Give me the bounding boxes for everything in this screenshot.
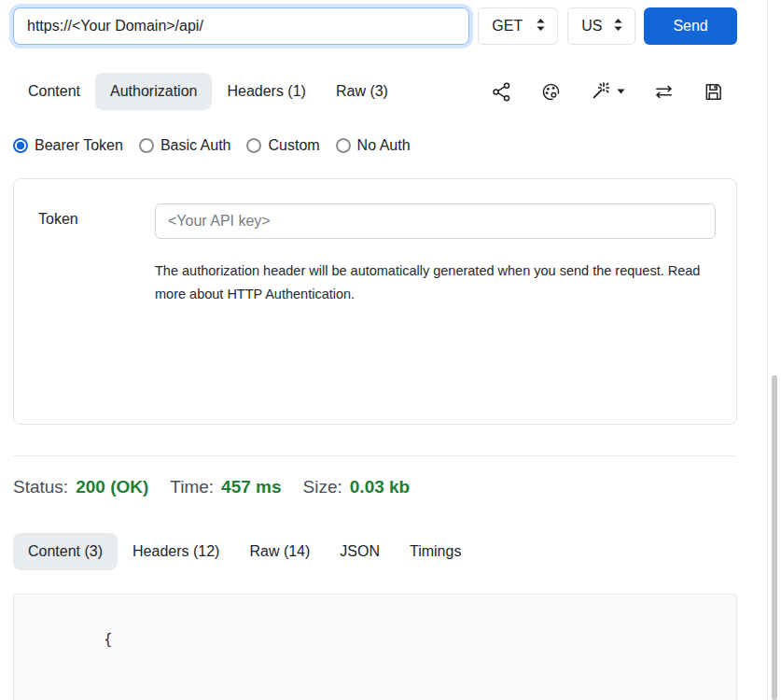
status-value: 200 (OK): [76, 477, 148, 497]
tab-content[interactable]: Content: [13, 73, 95, 110]
swap-arrows-icon[interactable]: [653, 81, 675, 103]
status-group: Status: 200 (OK): [13, 477, 148, 497]
request-toolbar: [491, 80, 737, 103]
bearer-token-label: Bearer Token: [35, 137, 123, 154]
section-divider: [13, 455, 737, 456]
basic-auth-label: Basic Auth: [160, 137, 231, 154]
no-auth-radio[interactable]: [336, 138, 351, 153]
no-auth-label: No Auth: [357, 137, 411, 154]
size-label: Size:: [303, 477, 342, 497]
magic-wand-dropdown-icon[interactable]: [590, 80, 625, 103]
auth-option-bearer-token[interactable]: Bearer Token: [13, 137, 123, 154]
up-down-arrows-icon: [536, 18, 546, 35]
auth-type-options: Bearer Token Basic Auth Custom No Auth: [13, 137, 737, 154]
token-help-text: The authorization header will be automat…: [155, 259, 716, 306]
tab-headers[interactable]: Headers (1): [212, 73, 320, 110]
token-label: Token: [38, 203, 155, 239]
auth-option-basic-auth[interactable]: Basic Auth: [139, 137, 231, 154]
size-group: Size: 0.03 kb: [303, 477, 411, 497]
vertical-scrollbar-thumb[interactable]: [772, 375, 777, 700]
auth-option-no-auth[interactable]: No Auth: [336, 137, 411, 154]
code-line-message: "message": "API running.": [36, 675, 714, 700]
open-brace: {: [104, 631, 112, 648]
request-tabs: Content Authorization Headers (1) Raw (3…: [13, 73, 737, 110]
method-select-value: GET: [492, 18, 523, 35]
token-input[interactable]: [155, 203, 716, 239]
custom-auth-label: Custom: [268, 137, 319, 154]
region-select[interactable]: US: [567, 7, 635, 45]
time-group: Time: 457 ms: [170, 477, 281, 497]
time-label: Time:: [170, 477, 214, 497]
response-tab-raw[interactable]: Raw (14): [234, 533, 325, 570]
basic-auth-radio[interactable]: [139, 138, 154, 153]
response-body-code: { "message": "API running." }: [13, 594, 737, 700]
region-select-value: US: [581, 18, 602, 35]
caret-down-icon: [617, 89, 625, 94]
share-icon[interactable]: [491, 81, 512, 103]
response-tab-content[interactable]: Content (3): [13, 533, 118, 570]
tab-raw[interactable]: Raw (3): [321, 73, 403, 110]
bearer-token-panel: Token The authorization header will be a…: [13, 178, 737, 425]
response-tab-timings[interactable]: Timings: [395, 533, 476, 570]
api-client-window: GET US Send: [0, 0, 781, 700]
up-down-arrows-icon: [613, 18, 623, 35]
request-bar: GET US Send: [13, 7, 737, 45]
time-value: 457 ms: [221, 477, 281, 497]
response-tab-headers[interactable]: Headers (12): [118, 533, 234, 570]
url-input[interactable]: [13, 7, 469, 45]
palette-icon[interactable]: [540, 81, 562, 103]
response-tab-json[interactable]: JSON: [325, 533, 395, 570]
tab-authorization[interactable]: Authorization: [95, 73, 212, 110]
custom-auth-radio[interactable]: [246, 138, 261, 153]
response-tabs: Content (3) Headers (12) Raw (14) JSON T…: [13, 533, 737, 570]
size-value: 0.03 kb: [350, 477, 410, 497]
bearer-token-radio[interactable]: [13, 138, 28, 153]
status-label: Status:: [13, 477, 68, 497]
code-line-open: {: [36, 605, 714, 675]
send-button[interactable]: Send: [644, 7, 737, 45]
response-summary: Status: 200 (OK) Time: 457 ms Size: 0.03…: [13, 477, 737, 497]
save-icon[interactable]: [703, 81, 724, 103]
method-select[interactable]: GET: [478, 7, 558, 45]
auth-option-custom[interactable]: Custom: [246, 137, 319, 154]
